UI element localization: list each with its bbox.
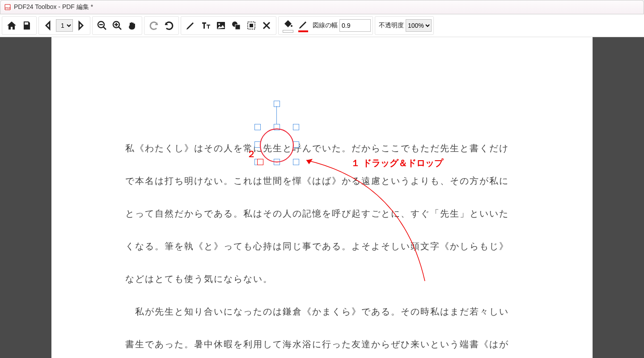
- annotation-small-square: [257, 159, 263, 165]
- svg-point-18: [291, 25, 292, 27]
- opacity-select[interactable]: 100%: [406, 19, 432, 32]
- fill-color-button[interactable]: [280, 18, 296, 33]
- toolbar: 1 図線の幅: [0, 14, 644, 37]
- line-width-input[interactable]: [339, 19, 371, 32]
- annotation-number-2: ２: [247, 148, 256, 160]
- opacity-label: 不透明度: [379, 21, 404, 30]
- resize-handle-ne[interactable]: [293, 124, 299, 130]
- doc-line: などはとても使う気にならない。: [125, 273, 273, 285]
- group-style: 図線の幅: [278, 16, 373, 35]
- stroke-color-button[interactable]: [296, 18, 311, 33]
- redo-button[interactable]: [146, 18, 161, 33]
- delete-tool-button[interactable]: [259, 18, 274, 33]
- fill-bucket-icon: [283, 19, 293, 30]
- resize-handle-e[interactable]: [293, 141, 299, 148]
- group-opacity: 不透明度 100%: [375, 16, 434, 35]
- doc-line: 私《わたくし》はその人を常に先生と呼んでいた。だからここでもただ先生と書くだけ: [125, 142, 509, 154]
- rotate-handle[interactable]: [274, 101, 280, 107]
- group-nav: [2, 16, 37, 35]
- group-history: [144, 16, 179, 35]
- text-tool-button[interactable]: [198, 18, 213, 33]
- group-page: 1: [38, 16, 90, 35]
- svg-line-4: [103, 27, 106, 30]
- prev-page-button[interactable]: [41, 18, 56, 33]
- undo-button[interactable]: [161, 18, 177, 33]
- page-select[interactable]: 1: [56, 19, 73, 32]
- ellipse-shape[interactable]: [260, 128, 294, 162]
- highlight-tool-button[interactable]: [244, 18, 259, 33]
- next-page-button[interactable]: [73, 18, 88, 33]
- home-button[interactable]: [4, 18, 19, 33]
- title-bar: PDF PDF24 Toolbox - PDF 編集 *: [0, 0, 644, 14]
- svg-rect-15: [250, 24, 253, 27]
- doc-line: 書生であった。暑中休暇を利用して海水浴に行った友達からぜひ来いという端書《はが: [125, 338, 509, 350]
- workspace[interactable]: 私《わたくし》はその人を常に先生と呼んでいた。だからここでもただ先生と書くだけ …: [0, 37, 644, 358]
- line-width-label: 図線の幅: [313, 21, 338, 30]
- annotation-arrow: [300, 156, 434, 286]
- resize-handle-se[interactable]: [293, 159, 299, 165]
- pencil-tool-button[interactable]: [183, 18, 198, 33]
- pan-hand-button[interactable]: [125, 18, 140, 33]
- zoom-in-button[interactable]: [110, 18, 125, 33]
- selected-shape[interactable]: [257, 103, 296, 162]
- svg-point-11: [218, 23, 220, 25]
- rotate-stem: [276, 106, 277, 126]
- group-view: [92, 16, 142, 35]
- svg-text:PDF: PDF: [5, 7, 11, 9]
- pdf-page[interactable]: 私《わたくし》はその人を常に先生と呼んでいた。だからここでもただ先生と書くだけ …: [51, 37, 593, 358]
- resize-handle-nw[interactable]: [254, 124, 261, 130]
- svg-rect-13: [235, 25, 240, 30]
- svg-line-7: [119, 27, 121, 30]
- svg-rect-2: [25, 22, 28, 25]
- group-tools: [181, 16, 276, 35]
- window-title: PDF24 Toolbox - PDF 編集 *: [14, 3, 93, 11]
- shape-tool-button[interactable]: [229, 18, 244, 33]
- image-tool-button[interactable]: [213, 18, 229, 33]
- stroke-pencil-icon: [298, 19, 309, 30]
- app-icon: PDF: [4, 4, 11, 11]
- zoom-out-button[interactable]: [94, 18, 110, 33]
- doc-line: 私が先生と知り合いになったのは鎌倉《かまくら》である。その時私はまだ若々しい: [125, 306, 509, 318]
- save-button[interactable]: [19, 18, 34, 33]
